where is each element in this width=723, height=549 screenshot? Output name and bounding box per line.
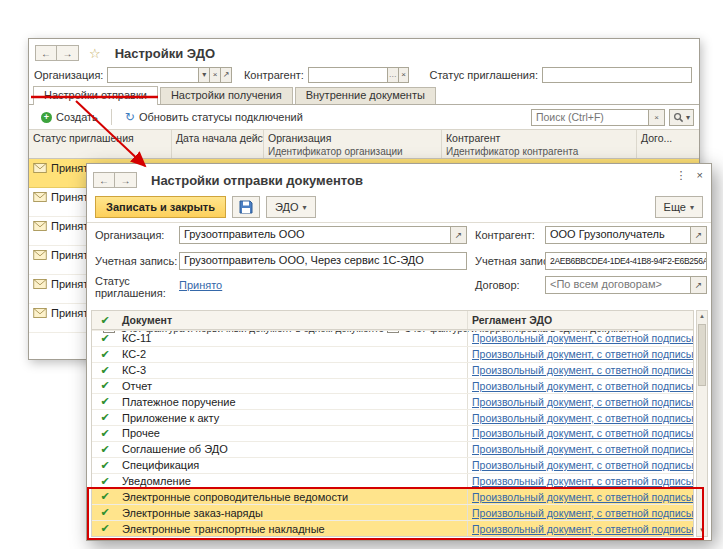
- column-header-status[interactable]: Статус приглашения: [29, 130, 172, 158]
- dialog-titlebar: ← → Настройки отправки документов ⋮ ×: [87, 164, 711, 192]
- table-row[interactable]: ✔КС-2Произвольный документ, с ответной п…: [92, 346, 693, 362]
- table-row[interactable]: ✔СпецификацияПроизвольный документ, с от…: [92, 457, 693, 473]
- vertical-scrollbar[interactable]: ▲ ▼: [696, 310, 708, 537]
- table-row[interactable]: ✔ПрочееПроизвольный документ, с ответной…: [92, 425, 693, 441]
- regulation-link[interactable]: Произвольный документ, с ответной подпис…: [472, 491, 693, 503]
- search-clear-button[interactable]: ×: [649, 109, 665, 126]
- regulation-link[interactable]: Произвольный документ, с ответной подпис…: [472, 396, 693, 408]
- table-row-highlighted[interactable]: ✔Электронные транспортные накладныеПроиз…: [92, 520, 693, 536]
- scroll-up-icon[interactable]: ▲: [697, 311, 707, 322]
- table-row[interactable]: ✔КС-11Произвольный документ, с ответной …: [92, 330, 693, 346]
- select-all-check-icon[interactable]: ✔: [100, 314, 109, 326]
- envelope-status-icon: [33, 192, 47, 202]
- column-header-contract[interactable]: Дого...: [637, 130, 699, 158]
- table-row[interactable]: ✔УведомлениеПроизвольный документ, с отв…: [92, 473, 693, 489]
- more-actions-button[interactable]: Еще ▾: [655, 196, 703, 218]
- invite-status-filter-input[interactable]: [542, 67, 692, 83]
- regulation-link[interactable]: Произвольный документ, с ответной подпис…: [472, 348, 693, 360]
- checkbox-checked-icon[interactable]: ✔: [100, 379, 109, 391]
- regulation-column-header[interactable]: Регламент ЭДО: [467, 311, 693, 329]
- organization-dropdown-button[interactable]: ▾: [199, 67, 210, 83]
- document-name: Приложение к акту: [118, 412, 467, 424]
- counterparty-field[interactable]: ООО Грузополучатель: [545, 226, 691, 244]
- column-header-counterparty[interactable]: Контрагент Идентификатор контрагента: [442, 130, 637, 158]
- account-left-field[interactable]: Грузоотправитель ООО, Через сервис 1С-ЭД…: [179, 252, 467, 270]
- refresh-statuses-button[interactable]: ↻ Обновить статусы подключений: [118, 107, 310, 127]
- account-right-field[interactable]: 2AEB6BBCDE4-1DE4-41B8-94F2-E6B256A8AA5C: [545, 252, 707, 270]
- envelope-status-icon: [33, 250, 47, 260]
- scrollbar-thumb[interactable]: [698, 324, 706, 386]
- refresh-button-label: Обновить статусы подключений: [139, 111, 303, 123]
- back-button[interactable]: ←: [35, 45, 57, 61]
- checkbox-checked-icon[interactable]: ✔: [100, 364, 109, 376]
- table-row-highlighted[interactable]: ✔Электронные сопроводительные ведомостиП…: [92, 488, 693, 504]
- regulation-link[interactable]: Произвольный документ, с ответной подпис…: [472, 364, 693, 376]
- document-name: Прочее: [118, 427, 467, 439]
- documents-table-header: ✔ Документ Регламент ЭДО: [92, 311, 693, 330]
- tab-receive-settings[interactable]: Настройки получения: [160, 87, 293, 104]
- invite-status-value: Принят: [51, 249, 88, 261]
- invite-status-link[interactable]: Принято: [179, 279, 222, 291]
- counterparty-open-button[interactable]: ↗: [691, 226, 707, 244]
- regulation-link[interactable]: Произвольный документ, с ответной подпис…: [472, 507, 693, 519]
- checkbox-checked-icon[interactable]: ✔: [100, 395, 109, 407]
- table-row[interactable]: ✔ОтчетПроизвольный документ, с ответной …: [92, 378, 693, 394]
- regulation-link[interactable]: Произвольный документ, с ответной подпис…: [472, 459, 693, 471]
- forward-button[interactable]: →: [57, 45, 79, 61]
- regulation-link[interactable]: Произвольный документ, с ответной подпис…: [472, 412, 693, 424]
- regulation-link[interactable]: Произвольный документ, с ответной подпис…: [472, 427, 693, 439]
- save-and-close-button[interactable]: Записать и закрыть: [95, 196, 226, 218]
- search-options-button[interactable]: ▾: [669, 109, 694, 126]
- counterparty-filter-label: Контрагент:: [244, 69, 304, 81]
- table-row-highlighted[interactable]: ✔Электронные заказ-нарядыПроизвольный до…: [92, 504, 693, 520]
- column-header-organization[interactable]: Организация Идентификатор организации: [264, 130, 442, 158]
- document-name: КС-3: [118, 364, 467, 376]
- save-button[interactable]: [232, 196, 260, 218]
- search-input[interactable]: [531, 109, 649, 126]
- favorite-star-icon[interactable]: ☆: [89, 46, 101, 61]
- edo-menu-button[interactable]: ЭДО ▾: [266, 196, 316, 218]
- counterparty-choose-button[interactable]: …: [388, 67, 399, 83]
- forward-button[interactable]: →: [115, 172, 137, 188]
- scroll-down-icon[interactable]: ▼: [697, 525, 707, 536]
- table-row[interactable]: ✔КС-3Произвольный документ, с ответной п…: [92, 362, 693, 378]
- checkbox-checked-icon[interactable]: ✔: [100, 332, 109, 344]
- regulation-link[interactable]: Произвольный документ, с ответной подпис…: [472, 523, 693, 535]
- checkbox-checked-icon[interactable]: ✔: [100, 348, 109, 360]
- create-button[interactable]: + Создать: [34, 107, 105, 127]
- close-icon[interactable]: ×: [697, 169, 703, 182]
- table-row[interactable]: ✔Платежное поручениеПроизвольный докумен…: [92, 393, 693, 409]
- column-subheader-cp-id: Идентификатор контрагента: [446, 146, 632, 157]
- checkbox-checked-icon[interactable]: ✔: [100, 490, 109, 502]
- checkbox-checked-icon[interactable]: ✔: [100, 506, 109, 518]
- refresh-icon: ↻: [125, 110, 135, 124]
- document-column-header[interactable]: Документ: [118, 314, 467, 326]
- tab-send-settings[interactable]: Настройки отправки: [33, 86, 158, 105]
- organization-open-button[interactable]: ↗: [451, 226, 467, 244]
- regulation-link[interactable]: Произвольный документ, с ответной подпис…: [472, 380, 693, 392]
- back-button[interactable]: ←: [93, 172, 115, 188]
- regulation-link[interactable]: Произвольный документ, с ответной подпис…: [472, 443, 693, 455]
- checkbox-checked-icon[interactable]: ✔: [100, 443, 109, 455]
- checkbox-checked-icon[interactable]: ✔: [100, 522, 109, 534]
- more-icon[interactable]: ⋮: [676, 169, 687, 182]
- checkbox-checked-icon[interactable]: ✔: [100, 411, 109, 423]
- list-header: Статус приглашения Дата начала действия …: [29, 130, 699, 159]
- organization-open-button[interactable]: ↗: [221, 67, 232, 83]
- organization-clear-button[interactable]: ×: [210, 67, 221, 83]
- tab-internal-documents[interactable]: Внутренние документы: [295, 87, 436, 104]
- contract-open-button[interactable]: ↗: [691, 276, 707, 294]
- contract-field[interactable]: <По всем договорам>: [545, 276, 691, 294]
- table-row[interactable]: ✔Соглашение об ЭДОПроизвольный документ,…: [92, 441, 693, 457]
- counterparty-filter-input[interactable]: [308, 67, 388, 83]
- regulation-link[interactable]: Произвольный документ, с ответной подпис…: [472, 332, 693, 344]
- checkbox-checked-icon[interactable]: ✔: [100, 475, 109, 487]
- regulation-link[interactable]: Произвольный документ, с ответной подпис…: [472, 475, 693, 487]
- table-row[interactable]: ✔Приложение к актуПроизвольный документ,…: [92, 409, 693, 425]
- checkbox-checked-icon[interactable]: ✔: [100, 459, 109, 471]
- organization-field[interactable]: Грузоотправитель ООО: [179, 226, 451, 244]
- organization-filter-input[interactable]: [107, 67, 199, 83]
- counterparty-clear-button[interactable]: ×: [399, 67, 410, 83]
- column-header-date[interactable]: Дата начала действия: [172, 130, 264, 158]
- checkbox-checked-icon[interactable]: ✔: [100, 427, 109, 439]
